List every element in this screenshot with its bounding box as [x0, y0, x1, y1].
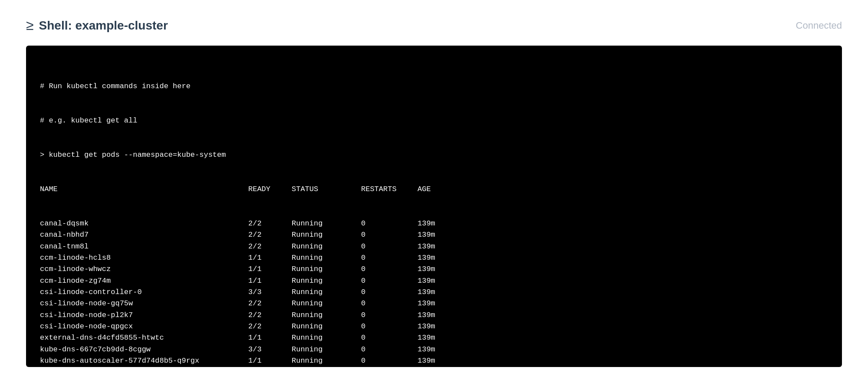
table-row: ccm-linode-hcls81/1Running0139m [40, 252, 828, 264]
pod-name: ccm-linode-whwcz [40, 264, 248, 275]
pod-restarts: 0 [361, 298, 418, 309]
pod-restarts: 0 [361, 344, 418, 355]
pod-name: csi-linode-node-qpgcx [40, 321, 248, 332]
pod-name: canal-nbhd7 [40, 229, 248, 241]
pod-status: Running [292, 310, 361, 321]
pod-ready: 2/2 [248, 218, 292, 229]
pod-name: canal-tnm8l [40, 241, 248, 252]
pod-age: 139m [418, 218, 452, 229]
pod-status: Running [292, 241, 361, 252]
pod-status: Running [292, 344, 361, 355]
header: ≥ Shell: example-cluster Connected [26, 17, 842, 33]
pod-ready: 2/2 [248, 321, 292, 332]
pod-ready: 2/2 [248, 310, 292, 321]
pod-name: kube-dns-667c7cb9dd-8cggw [40, 344, 248, 355]
pod-age: 139m [418, 332, 452, 344]
pod-name: csi-linode-controller-0 [40, 287, 248, 298]
connection-status: Connected [796, 20, 842, 31]
pod-status: Running [292, 229, 361, 241]
pod-age: 139m [418, 344, 452, 355]
pod-name: external-dns-d4cfd5855-htwtc [40, 332, 248, 344]
pod-ready: 1/1 [248, 332, 292, 344]
pod-table: canal-dqsmk2/2Running0139mcanal-nbhd72/2… [40, 218, 828, 367]
pod-age: 139m [418, 321, 452, 332]
pod-age: 139m [418, 252, 452, 264]
shell-icon: ≥ [26, 17, 34, 33]
header-left: ≥ Shell: example-cluster [26, 17, 168, 33]
pod-restarts: 0 [361, 321, 418, 332]
pod-ready: 2/2 [248, 298, 292, 309]
col-header-ready: READY [248, 184, 292, 195]
pod-name: canal-dqsmk [40, 218, 248, 229]
pod-ready: 1/1 [248, 252, 292, 264]
table-row: csi-linode-controller-03/3Running0139m [40, 287, 828, 298]
pod-age: 139m [418, 275, 452, 287]
pod-restarts: 0 [361, 241, 418, 252]
table-row: kube-dns-autoscaler-577d74d8b5-q9rgx1/1R… [40, 355, 828, 367]
col-header-name: NAME [40, 184, 248, 195]
page-title: Shell: example-cluster [39, 19, 168, 33]
pod-ready: 1/1 [248, 264, 292, 275]
pod-restarts: 0 [361, 355, 418, 367]
pod-name: ccm-linode-hcls8 [40, 252, 248, 264]
pod-name: csi-linode-node-gq75w [40, 298, 248, 309]
table-row: kube-dns-667c7cb9dd-8cggw3/3Running0139m [40, 344, 828, 355]
pod-ready: 3/3 [248, 344, 292, 355]
pod-status: Running [292, 298, 361, 309]
table-row: csi-linode-node-pl2k72/2Running0139m [40, 310, 828, 321]
table-row: ccm-linode-whwcz1/1Running0139m [40, 264, 828, 275]
pod-age: 139m [418, 298, 452, 309]
pod-status: Running [292, 355, 361, 367]
table-row: external-dns-d4cfd5855-htwtc1/1Running01… [40, 332, 828, 344]
pod-status: Running [292, 252, 361, 264]
pod-age: 139m [418, 264, 452, 275]
pod-age: 139m [418, 229, 452, 241]
terminal-content: # Run kubectl commands inside here # e.g… [40, 58, 828, 218]
table-row: ccm-linode-zg74m1/1Running0139m [40, 275, 828, 287]
terminal-container[interactable]: # Run kubectl commands inside here # e.g… [26, 46, 842, 367]
pod-ready: 1/1 [248, 367, 292, 367]
pod-age: 139m [418, 355, 452, 367]
pod-age: 139m [418, 310, 452, 321]
pod-status: Running [292, 275, 361, 287]
table-row: canal-tnm8l2/2Running0139m [40, 241, 828, 252]
table-row: csi-linode-node-qpgcx2/2Running0139m [40, 321, 828, 332]
pod-ready: 1/1 [248, 355, 292, 367]
pod-age: 139m [418, 241, 452, 252]
table-row: metrics-server-7fbd549b78-4h4cp1/1Runnin… [40, 367, 828, 367]
pod-age: 139m [418, 367, 452, 367]
col-header-age: AGE [418, 184, 452, 195]
pod-name: ccm-linode-zg74m [40, 275, 248, 287]
pod-name: csi-linode-node-pl2k7 [40, 310, 248, 321]
pod-restarts: 0 [361, 287, 418, 298]
pod-status: Running [292, 218, 361, 229]
pod-ready: 3/3 [248, 287, 292, 298]
page-container: ≥ Shell: example-cluster Connected # Run… [0, 0, 868, 377]
pod-ready: 1/1 [248, 275, 292, 287]
comment-line-1: # Run kubectl commands inside here [40, 81, 828, 92]
pod-restarts: 0 [361, 367, 418, 367]
pod-name: metrics-server-7fbd549b78-4h4cp [40, 367, 248, 367]
command-line: > kubectl get pods --namespace=kube-syst… [40, 149, 828, 161]
pod-status: Running [292, 367, 361, 367]
table-row: canal-nbhd72/2Running0139m [40, 229, 828, 241]
pod-restarts: 0 [361, 332, 418, 344]
pod-status: Running [292, 332, 361, 344]
comment-line-2: # e.g. kubectl get all [40, 115, 828, 126]
pod-restarts: 0 [361, 229, 418, 241]
pod-status: Running [292, 287, 361, 298]
pod-restarts: 0 [361, 310, 418, 321]
col-header-restarts: RESTARTS [361, 184, 418, 195]
table-row: csi-linode-node-gq75w2/2Running0139m [40, 298, 828, 309]
pod-restarts: 0 [361, 218, 418, 229]
column-headers: NAMEREADYSTATUSRESTARTSAGE [40, 184, 828, 195]
pod-restarts: 0 [361, 264, 418, 275]
pod-age: 139m [418, 287, 452, 298]
pod-ready: 2/2 [248, 241, 292, 252]
pod-ready: 2/2 [248, 229, 292, 241]
col-header-status: STATUS [292, 184, 361, 195]
pod-name: kube-dns-autoscaler-577d74d8b5-q9rgx [40, 355, 248, 367]
pod-restarts: 0 [361, 275, 418, 287]
pod-status: Running [292, 264, 361, 275]
pod-restarts: 0 [361, 252, 418, 264]
